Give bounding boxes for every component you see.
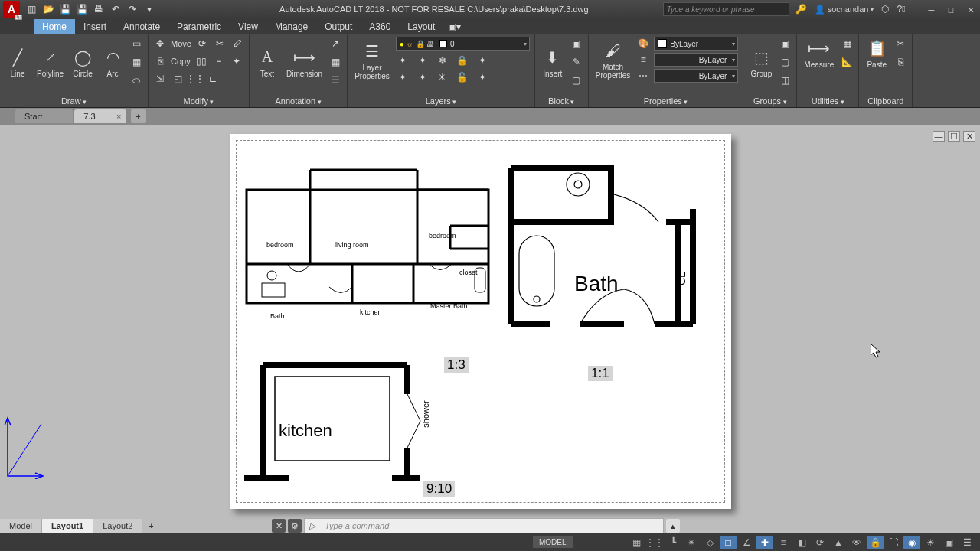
tab-home[interactable]: Home [34,19,75,34]
doc-close-button[interactable]: ✕ [963,131,975,142]
cmd-custom-icon[interactable]: ⚙ [288,519,302,533]
doc-tab-file[interactable]: 7.3× [74,109,126,123]
dimension-button[interactable]: ⟼Dimension [284,47,325,78]
offset-icon[interactable]: ⊏ [206,72,220,86]
qat-dropdown-icon[interactable]: ▾ [142,2,156,16]
block-attr-icon[interactable]: ▢ [570,73,583,87]
copy-icon[interactable]: ⎘ [153,54,167,68]
panel-utilities-label[interactable]: Utilities [812,96,844,106]
lineweight-toggle-icon[interactable]: ≡ [775,536,792,549]
text-button[interactable]: AText [254,47,280,78]
open-icon[interactable]: 📂 [41,2,55,16]
customize-icon[interactable]: ☰ [959,536,975,549]
isodraft-icon[interactable]: ◇ [701,536,718,549]
group-button[interactable]: ⬚Group [748,47,774,78]
hardware-accel-icon[interactable]: ◉ [903,536,920,549]
layout-tab-model[interactable]: Model [0,519,42,533]
new-icon[interactable]: ▥ [24,2,38,16]
panel-annotation-label[interactable]: Annotation [276,96,322,106]
selection-cycling-icon[interactable]: ⟳ [812,536,828,549]
user-name[interactable]: 👤socnandan ▾ [815,5,874,15]
clean-screen-icon[interactable]: ▣ [940,536,957,549]
doc-min-button[interactable]: — [933,131,945,142]
layer-off-icon[interactable]: ✦ [416,54,430,67]
undo-icon[interactable]: ↶ [109,2,122,16]
layer-thaw-icon[interactable]: ☀ [436,70,449,84]
panel-groups-label[interactable]: Groups [753,96,787,106]
exchange-icon[interactable]: ⬡ [881,4,889,15]
close-button[interactable]: ✕ [968,4,974,15]
drawing-canvas[interactable]: — ☐ ✕ [0,125,980,516]
annotation-visibility-icon[interactable]: 👁 [848,536,865,549]
close-tab-icon[interactable]: × [116,112,121,121]
copy-button[interactable]: Copy [171,57,191,66]
array-icon[interactable]: ⋮⋮ [188,72,202,86]
dynamic-input-icon[interactable]: ✚ [756,536,773,549]
new-doc-tab-button[interactable]: + [131,109,146,123]
tab-parametric[interactable]: Parametric [168,19,230,34]
layer-uniso-icon[interactable]: ✦ [396,70,410,84]
group-edit-icon[interactable]: ▢ [778,55,792,69]
viewport-max-icon[interactable]: ⛶ [885,536,902,549]
tab-annotate[interactable]: Annotate [115,19,168,34]
ellipse-icon[interactable]: ⬭ [129,73,143,87]
group-select-icon[interactable]: ◫ [778,73,792,87]
arc-button[interactable]: ◠Arc [100,47,126,78]
quickcalc-icon[interactable]: 📐 [840,55,854,69]
polar-icon[interactable]: ✴ [683,536,700,549]
lineweight-icon[interactable]: ≡ [636,53,650,67]
tab-insert[interactable]: Insert [75,19,115,34]
table-icon[interactable]: ▦ [328,55,342,69]
annotation-scale-icon[interactable]: ▲ [830,536,847,549]
layout-tab-layout2[interactable]: Layout2 [93,519,142,533]
mtext-icon[interactable]: ☰ [328,73,342,87]
linetype-dropdown[interactable]: ByLayer [654,69,738,83]
layer-on-icon[interactable]: ✦ [416,70,430,84]
layer-unlock-icon[interactable]: 🔓 [456,70,469,84]
minimize-button[interactable]: — [929,4,935,15]
layer-freeze-icon[interactable]: ❄ [436,54,449,67]
print-icon[interactable]: 🖶 [92,2,106,16]
panel-properties-label[interactable]: Properties [644,96,688,106]
paste-button[interactable]: 📋Paste [864,37,890,69]
osnap-icon[interactable]: □ [720,536,737,549]
app-logo[interactable]: A [3,1,20,18]
panel-modify-label[interactable]: Modify [184,96,214,106]
polyline-button[interactable]: ⟋Polyline [34,47,66,78]
ribbon-overflow-icon[interactable]: ▣▾ [443,19,466,34]
stretch-icon[interactable]: ⇲ [153,72,167,86]
block-create-icon[interactable]: ▣ [570,37,583,51]
fillet-icon[interactable]: ⌐ [212,54,226,68]
layer-lock-icon[interactable]: 🔒 [456,54,469,67]
rectangle-icon[interactable]: ▭ [129,37,143,51]
add-layout-button[interactable]: + [142,519,159,533]
doc-tab-start[interactable]: Start [15,109,73,123]
save-icon[interactable]: 💾 [58,2,72,16]
help-icon[interactable]: ?⃝ [897,4,905,15]
layer-match-icon[interactable]: ✦ [475,54,489,67]
match-properties-button[interactable]: 🖌Match Properties [593,40,633,80]
color-dropdown[interactable]: ByLayer [654,37,738,51]
command-input[interactable]: ▷_Type a command [304,518,664,533]
saveas-icon[interactable]: 💾 [75,2,89,16]
layer-properties-button[interactable]: ☰Layer Properties [352,41,392,80]
tab-output[interactable]: Output [316,19,361,34]
insert-block-button[interactable]: ⬇Insert [540,47,566,78]
panel-layers-label[interactable]: Layers [426,96,457,106]
trim-icon[interactable]: ✂ [213,37,227,51]
cut-icon[interactable]: ✂ [893,37,907,51]
circle-button[interactable]: ◯Circle [70,47,96,78]
layer-prev-icon[interactable]: ✦ [475,70,489,84]
ortho-icon[interactable]: ┗ [665,536,681,549]
scale-icon[interactable]: ◱ [171,72,185,86]
select-icon[interactable]: ▦ [840,37,854,51]
help-search-input[interactable]: Type a keyword or phrase [663,2,789,16]
explode-icon[interactable]: ✦ [230,54,243,68]
rotate-icon[interactable]: ⟳ [195,37,209,51]
mirror-icon[interactable]: ▯▯ [194,54,208,68]
ungroup-icon[interactable]: ▣ [778,37,792,51]
move-button[interactable]: Move [171,39,191,48]
space-toggle[interactable]: MODEL [533,536,573,548]
tab-layout[interactable]: Layout [399,19,443,34]
cmd-close-icon[interactable]: ✕ [272,519,286,533]
